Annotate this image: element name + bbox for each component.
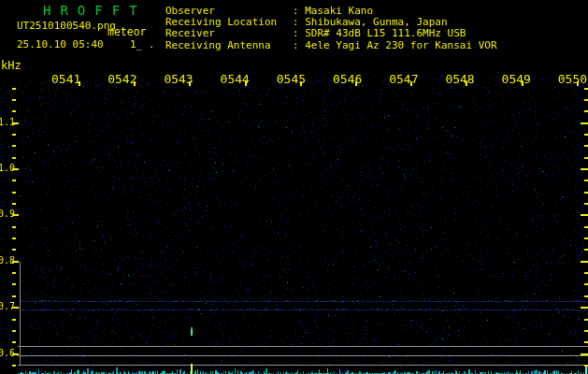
spectrogram-noise-field xyxy=(0,0,588,374)
freq-tick-right xyxy=(584,110,588,112)
freq-label-1.1: 1.1 xyxy=(0,117,15,127)
time-tick-0547 xyxy=(410,81,412,86)
time-tick-0549 xyxy=(522,81,523,86)
freq-tick-left xyxy=(12,192,16,194)
freq-tick-left xyxy=(12,330,16,332)
freq-tick-right xyxy=(584,365,588,367)
meteor-count: 1_ . xyxy=(130,38,155,50)
app-title: HROFFT xyxy=(43,3,147,18)
time-tick-0546 xyxy=(355,81,357,86)
freq-tick-left xyxy=(12,283,16,285)
freq-tick-left xyxy=(12,157,16,159)
time-label-0549: 0549 xyxy=(502,72,531,86)
y-axis-unit-label: kHz xyxy=(1,59,22,72)
freq-tick-left xyxy=(12,237,16,239)
time-tick-0545 xyxy=(300,81,302,86)
time-label-0548: 0548 xyxy=(445,72,474,86)
freq-tick-right xyxy=(584,99,588,101)
level-panel-left-border xyxy=(20,262,21,366)
freq-tick-right xyxy=(584,180,588,181)
freq-tick-right xyxy=(584,157,588,159)
freq-tick-left xyxy=(12,145,16,147)
freq-tick-left xyxy=(12,365,16,367)
freq-tick-left xyxy=(12,249,16,251)
hrofft-screen: HROFFT UT2510100540.png meteor 25.10.10 … xyxy=(0,0,588,374)
freq-tick-left xyxy=(12,134,16,136)
freq-tick-right xyxy=(584,237,588,239)
freq-label-0.9: 0.9 xyxy=(0,209,15,219)
freq-tick-left xyxy=(12,203,16,205)
meteor-count-line xyxy=(191,364,193,374)
time-label-0541: 0541 xyxy=(51,72,80,86)
freq-label-1.0: 1.0 xyxy=(0,163,15,173)
freq-tick-right xyxy=(584,226,588,228)
freq-tick-right xyxy=(584,319,588,321)
level-grid-line-3 xyxy=(18,365,588,366)
freq-tick-left xyxy=(12,88,16,90)
freq-tick-right xyxy=(584,295,588,297)
info-value-1: : Shibukawa, Gunma, Japan xyxy=(293,16,448,28)
freq-tick-right xyxy=(584,203,588,205)
info-label-1: Receiving Location xyxy=(165,16,277,28)
time-label-0550: 0550 xyxy=(558,72,587,86)
freq-tick-right xyxy=(581,214,588,216)
info-value-3: : 4ele Yagi Az 230 for Kansai VOR xyxy=(293,39,497,51)
observation-datetime: 25.10.10 05:40 xyxy=(17,38,104,50)
freq-tick-right xyxy=(584,134,588,136)
meteor-echo-mark xyxy=(191,327,193,336)
freq-tick-left xyxy=(12,295,16,297)
freq-tick-left xyxy=(12,319,16,321)
time-label-0547: 0547 xyxy=(389,72,418,86)
time-tick-0542 xyxy=(134,81,136,86)
level-grid-line-1 xyxy=(18,346,588,347)
freq-tick-right xyxy=(581,168,588,170)
freq-tick-right xyxy=(584,192,588,194)
time-tick-0544 xyxy=(245,81,247,86)
freq-tick-right xyxy=(584,283,588,285)
time-label-0546: 0546 xyxy=(333,72,362,86)
freq-label-0.6: 0.6 xyxy=(0,348,15,358)
freq-tick-left xyxy=(12,272,16,274)
freq-tick-right xyxy=(584,145,588,147)
freq-tick-right xyxy=(584,272,588,274)
meteor-mode-label: meteor xyxy=(108,25,147,38)
freq-tick-left xyxy=(12,226,16,228)
info-label-0: Observer xyxy=(165,5,215,17)
freq-tick-left xyxy=(12,341,16,343)
freq-tick-right xyxy=(581,353,588,355)
freq-tick-right xyxy=(584,341,588,343)
level-grid-line-2 xyxy=(18,355,588,356)
rfi-band-1 xyxy=(21,301,588,302)
rfi-band-2 xyxy=(21,309,588,310)
freq-tick-right xyxy=(581,261,588,263)
time-tick-0543 xyxy=(189,81,191,86)
time-tick-0550 xyxy=(577,81,579,86)
freq-tick-left xyxy=(12,180,16,181)
freq-tick-right xyxy=(581,122,588,124)
info-value-0: : Masaki Kano xyxy=(293,5,373,17)
freq-tick-right xyxy=(581,307,588,309)
freq-label-0.7: 0.7 xyxy=(0,301,15,311)
info-label-3: Receiving Antenna xyxy=(165,39,271,51)
time-label-0542: 0542 xyxy=(108,72,136,86)
info-value-2: : SDR# 43dB L15 111.6MHz USB xyxy=(293,27,466,39)
freq-label-0.8: 0.8 xyxy=(0,255,15,266)
time-tick-0541 xyxy=(79,81,80,86)
time-tick-0548 xyxy=(466,81,467,86)
freq-tick-left xyxy=(12,110,16,112)
freq-tick-right xyxy=(584,88,588,90)
freq-tick-left xyxy=(12,99,16,101)
freq-tick-right xyxy=(584,249,588,251)
info-label-2: Receiver xyxy=(165,27,215,39)
freq-tick-right xyxy=(584,330,588,332)
